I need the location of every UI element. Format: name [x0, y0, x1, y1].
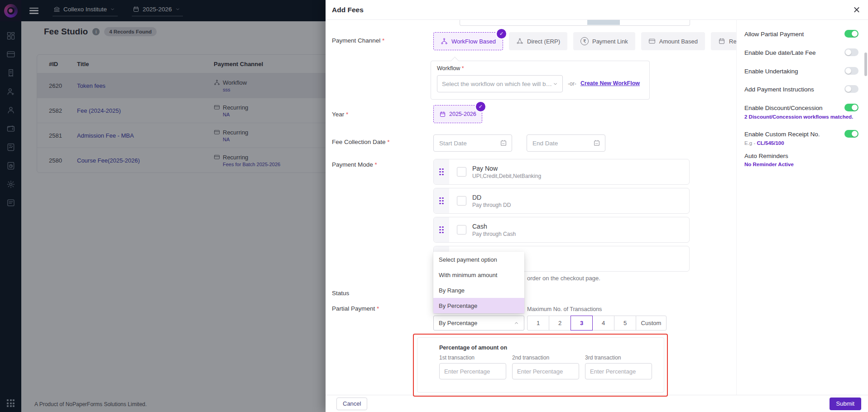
calendar-icon [439, 111, 446, 118]
receipt-example-prefix: E.g - [744, 140, 757, 146]
workflow-select-placeholder: Select the workflow on which fee will be… [442, 81, 553, 87]
channel-option-workflow-based[interactable]: WorkFlow Based [433, 32, 503, 50]
erp-nodes-icon [516, 38, 523, 45]
chip-label: Amount Based [659, 38, 698, 45]
setting-label: Enable Undertaking [744, 68, 798, 75]
calendar-icon [500, 139, 507, 147]
max-txn-button-1[interactable]: 1 [527, 316, 549, 331]
dropdown-option[interactable]: With minimum amount [433, 267, 524, 283]
cash-checkbox[interactable] [457, 225, 466, 235]
partial-payment-value: By Percentage [439, 320, 514, 326]
card-icon [648, 38, 656, 45]
payment-mode-label: Payment Mode [332, 161, 377, 168]
reminder-status-note: No Reminder Active [744, 162, 794, 167]
chip-label: WorkFlow Based [451, 38, 496, 45]
max-txn-button-2[interactable]: 2 [549, 316, 571, 331]
app-root: Collexo Institute 2025-2026 Fee Studio 4… [0, 0, 868, 412]
max-txn-button-5[interactable]: 5 [614, 316, 636, 331]
workflow-icon [441, 38, 448, 45]
modal-backdrop[interactable] [0, 0, 326, 412]
mode-subtitle: Pay through Cash [472, 231, 516, 237]
create-new-workflow-link[interactable]: Create New WorkFlow [580, 80, 640, 86]
channel-option-amount-based[interactable]: Amount Based [641, 32, 705, 50]
transaction-1-label: 1st transaction [439, 355, 506, 361]
max-transactions-label: Maximum No. of Transactions [527, 306, 602, 312]
transaction-1-percentage-input[interactable] [439, 363, 506, 379]
workflow-select[interactable]: Select the workflow on which fee will be… [437, 75, 563, 92]
transaction-3-percentage-input[interactable] [585, 363, 652, 379]
setting-label: Auto Reminders [744, 153, 788, 159]
transaction-2-label: 2nd transaction [512, 355, 579, 361]
drag-handle-icon[interactable] [434, 188, 449, 213]
mode-subtitle: UPI,Credit,Debit,NetBanking [472, 173, 541, 179]
calendar-icon [718, 38, 725, 45]
payment-mode-row-pay-now: Pay Now UPI,Credit,Debit,NetBanking [433, 159, 690, 185]
partial-payment-dropdown: Select payment option With minimum amoun… [433, 252, 524, 313]
max-txn-button-3[interactable]: 3 [571, 316, 593, 331]
due-date-late-fee-toggle[interactable] [844, 48, 858, 56]
chip-label: Direct (ERP) [527, 38, 560, 45]
chevron-up-icon [514, 321, 519, 326]
undertaking-toggle[interactable] [844, 67, 858, 75]
start-date-input[interactable] [433, 134, 512, 152]
allow-partial-payment-toggle[interactable] [844, 30, 858, 38]
or-separator: -or- [568, 81, 576, 87]
clipped-field [460, 19, 690, 26]
dd-checkbox[interactable] [457, 196, 466, 206]
payment-channel-label: Payment Channel [332, 37, 384, 44]
discount-concession-toggle[interactable] [844, 104, 858, 111]
mode-title: DD [472, 194, 511, 201]
workflow-label: Workflow [437, 65, 464, 72]
setting-label: Enable Due date/Late Fee [744, 49, 816, 56]
drag-handle-icon[interactable] [434, 159, 449, 184]
receipt-example-note: E.g - CL/545/100 [744, 140, 784, 146]
dropdown-option[interactable]: By Range [433, 283, 524, 298]
page-scrollbar-thumb[interactable] [864, 53, 867, 76]
fee-settings-panel: Allow Partial Payment Enable Due date/La… [736, 19, 868, 395]
setting-label: Enable Custom Receipt No. [744, 131, 820, 138]
start-date-field[interactable] [438, 139, 497, 147]
year-label: Year [332, 111, 348, 118]
year-chip[interactable]: 2025-2026 [433, 105, 482, 123]
calendar-icon [593, 139, 600, 147]
cancel-button[interactable]: Cancel [336, 398, 367, 410]
clipped-field-chip [587, 19, 620, 25]
chevron-down-icon [553, 81, 558, 86]
receipt-example-value: CL/545/100 [757, 140, 784, 146]
status-label: Status [332, 290, 349, 297]
close-icon[interactable] [853, 6, 860, 13]
max-txn-button-custom[interactable]: Custom [636, 316, 667, 331]
checkout-order-note: order on the checkout page. [527, 275, 600, 282]
modal-title: Add Fees [332, 6, 364, 14]
chip-label: Payment Link [592, 38, 628, 45]
custom-receipt-toggle[interactable] [844, 130, 858, 138]
setting-label: Add Payment Instructions [744, 86, 814, 93]
payment-instructions-toggle[interactable] [844, 85, 858, 93]
dropdown-option[interactable]: By Percentage [433, 298, 524, 313]
end-date-input[interactable] [527, 134, 605, 152]
payment-mode-row-dd: DD Pay through DD [433, 188, 690, 214]
transaction-3-label: 3rd transaction [585, 355, 652, 361]
channel-option-payment-link[interactable]: ₹ Payment Link [573, 32, 635, 50]
discount-workflows-matched-note: 2 Discount/Concession workflows matched. [744, 114, 853, 120]
percentage-heading: Percentage of amount on [439, 345, 507, 351]
check-badge-icon [475, 101, 486, 112]
dropdown-option[interactable]: Select payment option [433, 252, 524, 267]
setting-label: Enable Discount/Concession [744, 105, 823, 111]
submit-button[interactable]: Submit [830, 398, 861, 410]
percentage-highlight-box: Percentage of amount on 1st transaction … [413, 334, 668, 397]
end-date-field[interactable] [532, 139, 590, 147]
partial-payment-select[interactable]: By Percentage [433, 316, 524, 331]
channel-option-direct-erp[interactable]: Direct (ERP) [509, 32, 567, 50]
payment-channel-options: WorkFlow Based Direct (ERP) ₹ Payment Li… [433, 32, 762, 50]
fee-collection-date-label: Fee Collection Date [332, 139, 390, 145]
mode-subtitle: Pay through DD [472, 202, 511, 208]
pay-now-checkbox[interactable] [457, 167, 466, 177]
check-badge-icon [496, 28, 507, 39]
transaction-2-percentage-input[interactable] [512, 363, 579, 379]
drag-handle-icon[interactable] [434, 217, 449, 242]
mode-title: Pay Now [472, 165, 541, 172]
mode-title: Cash [472, 223, 516, 230]
max-txn-button-4[interactable]: 4 [592, 316, 614, 331]
rupee-circle-icon: ₹ [580, 37, 589, 45]
